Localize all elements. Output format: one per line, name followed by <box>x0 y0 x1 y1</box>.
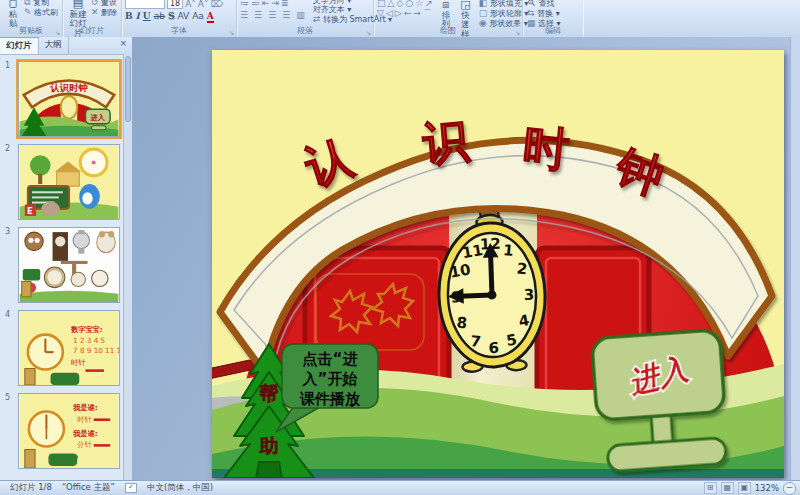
zoom-out-icon[interactable]: − <box>783 482 796 495</box>
justify-icon[interactable]: ☰ <box>282 10 293 20</box>
format-painter-button[interactable]: ✎ 格式刷 <box>23 8 59 17</box>
align-right-icon[interactable]: ☰ <box>268 10 279 20</box>
tab-outline[interactable]: 大纲 <box>39 37 69 54</box>
language-indicator[interactable]: 中文(简体，中国) <box>147 482 213 494</box>
slide-number: 5 <box>5 393 10 402</box>
slide-number: 3 <box>5 227 10 236</box>
help-char: 助 <box>259 434 279 456</box>
ribbon-group-clipboard: 📋︎ 粘贴 ⧉ 复制 ✎ 格式刷 剪贴板 ↘ <box>0 0 63 37</box>
dialog-launcher-icon[interactable]: ↘ <box>229 29 234 36</box>
enter-button[interactable]: 进入 <box>592 330 729 473</box>
thumbnail-row: 2 E <box>18 144 120 220</box>
font-name-box[interactable] <box>125 0 165 9</box>
zoom-level[interactable]: 132% <box>755 483 779 493</box>
shape-fill-button[interactable]: ◧ 形状填充 ▾ <box>478 0 530 8</box>
slide-number: 1 <box>5 61 10 70</box>
bubble-line: 点击“进 <box>303 350 358 368</box>
thumb-text: 7 8 9 10 11 12 <box>73 346 119 355</box>
theme-name: “Office 主题” <box>62 482 115 494</box>
numbering-icon[interactable]: ≕ <box>251 0 260 8</box>
panel-scrollbar[interactable] <box>123 54 132 481</box>
slideshow-icon[interactable]: ▣ <box>738 482 751 494</box>
normal-view-icon[interactable]: ⊞ <box>704 482 717 494</box>
decrease-indent-icon[interactable]: ⇤ <box>262 0 270 8</box>
replace-button[interactable]: ⇆ 替换 ▾ <box>526 9 580 18</box>
shrink-font-icon[interactable]: A˅ <box>198 0 209 9</box>
slide-thumbnail-4[interactable]: 数字宝宝: 1 2 3 4 5 7 8 9 10 11 12 时针 <box>18 310 120 386</box>
slide-thumbnail-3[interactable] <box>18 227 120 303</box>
bubble-line: 课件播放 <box>299 390 361 408</box>
panel-tabs: 幻灯片 大纲 × <box>0 37 132 55</box>
char-spacing-button[interactable]: AV <box>177 11 189 23</box>
shadow-button[interactable]: S <box>168 11 175 23</box>
thumb-title-text: 认识时钟 <box>50 82 89 93</box>
change-case-button[interactable]: Aa <box>192 11 204 23</box>
slide-canvas[interactable]: 12 1 2 3 4 5 6 7 8 9 10 11 <box>212 50 784 478</box>
underline-button[interactable]: U <box>143 11 151 23</box>
font-size-box[interactable]: 18 <box>167 0 183 9</box>
find-button[interactable]: 🔍︎ 查找 <box>526 0 580 8</box>
tab-slides[interactable]: 幻灯片 <box>0 37 39 54</box>
shape-icons-row: □△◇○☆↗ <box>377 0 435 8</box>
slide-thumbnail-2[interactable]: E <box>18 144 120 220</box>
panel-scrollbar-thumb[interactable] <box>125 56 131 122</box>
align-center-icon[interactable]: ☰ <box>254 10 265 20</box>
brush-icon: ✎ <box>24 7 32 17</box>
align-left-icon[interactable]: ☰ <box>240 10 251 20</box>
thumb-text: 分针 <box>76 440 92 449</box>
italic-button[interactable]: I <box>136 11 140 23</box>
font-color-button[interactable]: A <box>207 11 214 23</box>
thumbnail-list: 1 认识时钟 进入 <box>0 54 124 481</box>
svg-text:2: 2 <box>516 259 529 278</box>
thumbnail-row: 5 我是谁: 时针 我是谁: 分针 ? <box>18 393 120 469</box>
reset-icon: ↺ <box>91 0 99 7</box>
grow-font-icon[interactable]: A˄ <box>185 0 196 9</box>
copy-button[interactable]: ⧉ 复制 <box>23 0 59 7</box>
dialog-launcher-icon[interactable]: ↘ <box>55 29 60 36</box>
reset-button[interactable]: ↺ 重设 <box>90 0 118 7</box>
outline-icon: ▢ <box>479 8 488 18</box>
thumbnail-row: 1 认识时钟 进入 <box>18 61 120 137</box>
bullets-icon[interactable]: ≔ <box>240 0 249 8</box>
thumb-text: 时针 <box>77 415 92 424</box>
slide-indicator: 幻灯片 1/8 <box>10 482 52 494</box>
thumb-enter-text: 进入 <box>90 113 106 122</box>
shape-icons-row: ▽◁▷←→⌒ <box>377 8 435 18</box>
increase-indent-icon[interactable]: ⇥ <box>272 0 280 8</box>
thumbnail-row: 3 <box>18 227 120 303</box>
thumb-text: 我是谁: <box>72 429 98 438</box>
dialog-launcher-icon[interactable]: ↘ <box>366 29 371 36</box>
line-spacing-icon[interactable]: ≣ <box>281 0 289 8</box>
find-icon: 🔍︎ <box>527 0 536 8</box>
fill-icon: ◧ <box>479 0 488 8</box>
spellcheck-icon[interactable]: ✓ <box>125 483 137 493</box>
delete-button[interactable]: ✕ 删除 <box>90 8 118 17</box>
clear-formatting-icon[interactable]: ⌦ <box>211 0 224 9</box>
thumb-text: 我是谁: <box>72 403 98 412</box>
slide-sorter-icon[interactable]: ▦ <box>721 482 734 494</box>
ribbon: 📋︎ 粘贴 ⧉ 复制 ✎ 格式刷 剪贴板 ↘ ▤ 新建幻灯片 <box>0 0 800 38</box>
slide-thumbnail-5[interactable]: 我是谁: 时针 我是谁: 分针 ? <box>18 393 120 469</box>
copy-icon: ⧉ <box>24 0 30 7</box>
ribbon-group-slides: ▤ 新建幻灯片 ↺ 重设 ✕ 删除 幻灯片 <box>63 0 122 37</box>
shape-outline-button[interactable]: ▢ 形状轮廓 ▾ <box>478 9 530 18</box>
columns-icon[interactable]: ▥ <box>296 10 308 20</box>
dialog-launcher-icon[interactable]: ↘ <box>515 29 520 36</box>
ribbon-group-paragraph: ≔ ≕ ⇤ ⇥ ≣ ☰ ☰ ☰ ☰ ▥ <box>237 0 374 37</box>
help-char: 帮 <box>259 382 279 404</box>
thumb-text: 时针 <box>71 358 86 367</box>
vertical-scrollbar[interactable] <box>790 37 800 481</box>
svg-text:7: 7 <box>469 332 481 351</box>
close-panel-icon[interactable]: × <box>114 37 132 54</box>
status-bar: 幻灯片 1/8 “Office 主题” ✓ 中文(简体，中国) ⊞ ▦ ▣ 13… <box>0 480 800 495</box>
title-char: 时 <box>520 119 571 178</box>
svg-text:11: 11 <box>461 241 484 262</box>
svg-text:3: 3 <box>523 286 534 304</box>
thumb-text: 1 2 3 4 5 <box>73 336 105 345</box>
bold-button[interactable]: B <box>125 11 133 23</box>
thumbnail-row: 4 数字宝宝: 1 2 3 4 5 7 8 9 10 11 12 时针 <box>18 310 120 386</box>
strikethrough-button[interactable]: ab <box>154 11 165 23</box>
slide-workspace: 12 1 2 3 4 5 6 7 8 9 10 11 <box>132 37 800 481</box>
slide-thumbnail-1[interactable]: 认识时钟 进入 <box>18 61 120 137</box>
svg-text:8: 8 <box>456 314 468 333</box>
